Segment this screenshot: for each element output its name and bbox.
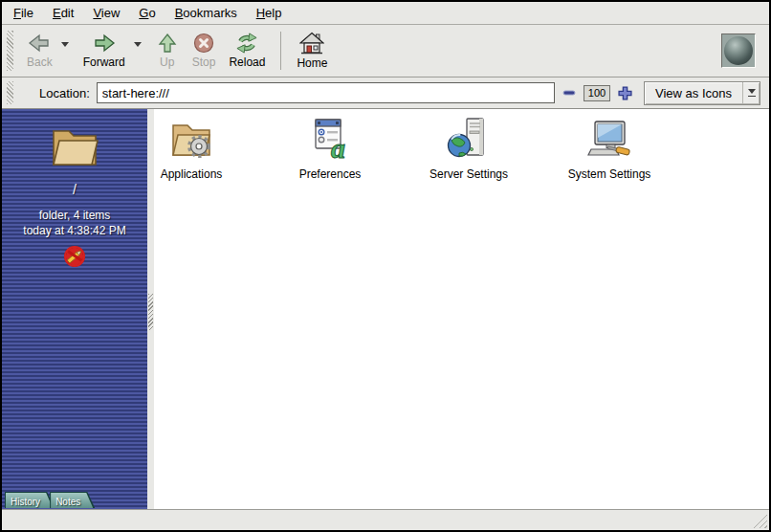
server-globe-tower-icon [447, 117, 491, 165]
menu-file-mnemonic: F [13, 6, 21, 20]
chevron-down-icon [748, 89, 756, 94]
up-label: Up [160, 55, 174, 69]
home-button[interactable]: Home [290, 29, 334, 73]
back-button[interactable]: Back [20, 30, 59, 72]
open-folder-icon [49, 123, 100, 171]
sidebar-location-title: / [73, 182, 77, 197]
sidebar-tabs: History Notes [5, 492, 90, 508]
menu-go[interactable]: Go [129, 3, 165, 23]
forward-dropdown-chevron[interactable] [132, 40, 143, 49]
reload-label: Reload [229, 55, 265, 69]
location-label: Location: [39, 86, 90, 100]
content-area: / folder, 4 items today at 4:38:42 PM [2, 109, 769, 509]
toolbar-separator [280, 32, 281, 70]
icon-label: Preferences [299, 167, 362, 181]
toolbar-drag-handle[interactable] [7, 31, 13, 71]
menu-view[interactable]: View [83, 3, 129, 23]
icon-label: Server Settings [430, 167, 508, 181]
view-mode-dropdown[interactable]: View as Icons [644, 81, 760, 105]
back-label: Back [27, 55, 53, 69]
menu-view-mnemonic: V [93, 6, 100, 20]
back-arrow-icon [28, 33, 51, 54]
forward-arrow-icon [93, 33, 116, 54]
menu-file-label: ile [21, 6, 33, 20]
home-icon [299, 32, 324, 55]
menu-help-mnemonic: H [256, 6, 265, 20]
up-arrow-icon [156, 33, 179, 54]
icon-applications[interactable]: Applications [124, 117, 258, 181]
resize-grip[interactable] [753, 514, 767, 528]
icon-preferences[interactable]: a Preferences [263, 117, 397, 181]
stop-icon [192, 33, 215, 54]
throbber [721, 33, 756, 68]
menu-help[interactable]: Help [247, 3, 292, 23]
forward-button[interactable]: Forward [77, 30, 132, 72]
menu-bookmarks[interactable]: Bookmarks [165, 3, 247, 23]
reload-button[interactable]: Reload [222, 30, 272, 72]
zoom-in-button[interactable] [617, 85, 633, 101]
menu-bookmarks-label: ookmarks [183, 6, 236, 20]
icon-server-settings[interactable]: Server Settings [402, 117, 536, 181]
back-dropdown-chevron[interactable] [59, 40, 71, 49]
stop-label: Stop [192, 55, 216, 69]
menu-go-label: o [148, 6, 155, 20]
menu-edit-mnemonic: E [53, 6, 61, 20]
tab-notes-label: Notes [50, 494, 95, 507]
stop-button[interactable]: Stop [186, 30, 223, 72]
menu-help-label: elp [265, 6, 281, 20]
view-mode-arrow [742, 82, 760, 104]
sidebar-modified-date: today at 4:38:42 PM [23, 223, 125, 238]
icon-label: Applications [161, 167, 223, 181]
tab-history[interactable]: History [5, 492, 55, 508]
sidebar-item-count: folder, 4 items [23, 208, 125, 223]
icon-label: System Settings [568, 167, 651, 181]
system-monitor-screwdriver-icon [586, 117, 632, 165]
icon-view: Applications a Prefer [154, 109, 769, 509]
throbber-orb-icon [724, 36, 753, 65]
tab-history-label: History [5, 494, 55, 507]
applications-folder-gear-icon [169, 117, 213, 165]
status-bar [2, 509, 769, 530]
menu-view-label: iew [101, 6, 121, 20]
menu-edit[interactable]: Edit [43, 3, 83, 23]
file-manager-window: File Edit View Go Bookmarks Help Back Fo… [0, 0, 771, 532]
view-mode-label: View as Icons [645, 86, 742, 100]
location-bar: Location: 100 View as Icons [2, 78, 769, 109]
zoom-level-indicator[interactable]: 100 [584, 85, 610, 101]
menu-go-mnemonic: G [139, 6, 148, 20]
forward-label: Forward [83, 55, 125, 69]
icon-system-settings[interactable]: System Settings [542, 117, 676, 181]
zoom-in-plus-icon [618, 86, 632, 100]
home-label: Home [297, 56, 327, 70]
svg-text:a: a [331, 132, 345, 161]
menu-edit-label: dit [61, 6, 75, 20]
up-button[interactable]: Up [149, 30, 186, 72]
zoom-out-button[interactable] [562, 88, 577, 98]
reload-icon [234, 33, 259, 54]
tab-notes[interactable]: Notes [50, 492, 95, 508]
menubar: File Edit View Go Bookmarks Help [2, 2, 769, 25]
locationbar-drag-handle[interactable] [7, 81, 13, 104]
preferences-capplet-icon: a [308, 117, 352, 165]
zoom-out-minus-icon [562, 89, 576, 97]
no-write-emblem-icon [63, 245, 86, 272]
toolbar: Back Forward Up Stop [2, 25, 769, 78]
location-input[interactable] [97, 82, 555, 103]
menu-file[interactable]: File [4, 3, 43, 23]
